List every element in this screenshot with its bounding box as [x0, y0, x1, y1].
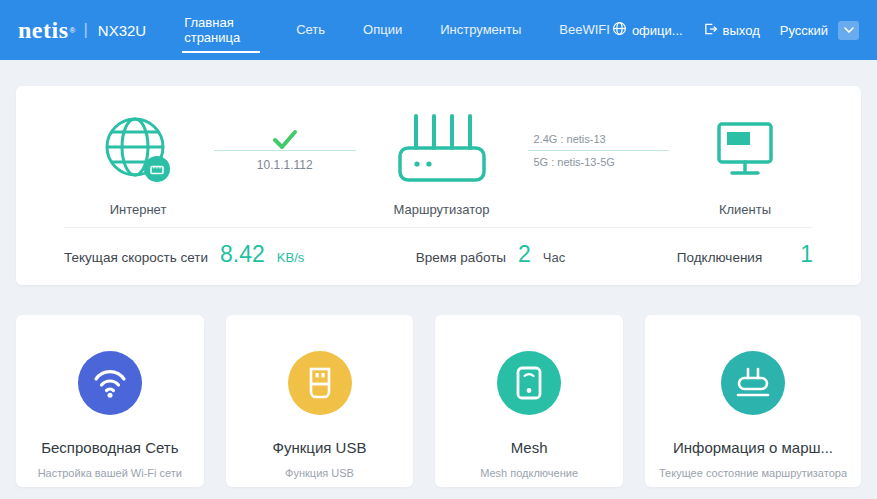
nav-options[interactable]: Опции [361, 15, 404, 45]
header-right: офици... выход Русский [612, 21, 859, 40]
card-mesh-title: Mesh [449, 439, 609, 456]
speed-unit: KB/s [277, 250, 304, 265]
clients-label: Клиенты [719, 202, 771, 217]
uptime-unit: Час [543, 250, 565, 265]
language-label: Русский [780, 23, 828, 38]
main-content: Интернет 10.1.1.112 [0, 60, 877, 487]
ssid-24g: 2.4G : netis-13 [534, 133, 606, 145]
top-navbar: netis ® | NX32U Главная страница Сеть Оп… [0, 0, 877, 60]
card-mesh[interactable]: Mesh Mesh подключение [435, 315, 623, 487]
card-wireless-subtitle: Настройка вашей Wi-Fi сети [30, 467, 190, 479]
mesh-icon [497, 351, 561, 415]
clients-monitor-icon [712, 102, 778, 198]
speed-stat: Текущая скорость сети 8.42 KB/s [64, 241, 304, 268]
internet-label: Интернет [110, 202, 167, 217]
uptime-value: 2 [518, 241, 531, 268]
logout-label: выход [723, 23, 760, 38]
wan-connector: 10.1.1.112 [208, 102, 362, 198]
nav-network[interactable]: Сеть [294, 15, 327, 45]
network-diagram: Интернет 10.1.1.112 [16, 86, 861, 217]
main-nav: Главная страница Сеть Опции Инструменты … [182, 0, 612, 60]
router-node: Маршрутизатор [362, 102, 522, 217]
network-status-card: Интернет 10.1.1.112 [16, 86, 861, 285]
clients-node: Клиенты [675, 102, 815, 217]
wifi-icon [78, 351, 142, 415]
language-selector[interactable]: Русский [780, 21, 859, 40]
globe-icon [612, 21, 627, 39]
card-router-info-subtitle: Текущее состояние маршрутизатора [659, 467, 847, 479]
card-usb-subtitle: Функция USB [240, 467, 400, 479]
ssid-5g: 5G : netis-13-5G [534, 156, 615, 168]
card-mesh-subtitle: Mesh подключение [449, 467, 609, 479]
router-label: Маршрутизатор [394, 202, 490, 217]
nav-beewifi[interactable]: BeeWIFI [557, 15, 612, 45]
card-wireless[interactable]: Беспроводная Сеть Настройка вашей Wi-Fi … [16, 315, 204, 487]
router-icon [390, 102, 494, 198]
lan-connector: 2.4G : netis-13 5G : netis-13-5G [522, 102, 676, 198]
usb-icon [288, 351, 352, 415]
brand-divider: | [83, 20, 87, 40]
internet-node: Интернет [68, 102, 208, 217]
brand-logo: netis ® | NX32U [18, 17, 146, 44]
card-router-info[interactable]: Информация о марш... Текущее состояние м… [645, 315, 861, 487]
lan-line [528, 150, 670, 151]
uptime-label: Время работы [416, 250, 506, 265]
status-stats-row: Текущая скорость сети 8.42 KB/s Время ра… [64, 227, 813, 285]
speed-label: Текущая скорость сети [64, 250, 208, 265]
official-site-link[interactable]: офици... [612, 21, 683, 39]
logout-button[interactable]: выход [703, 22, 760, 39]
card-wireless-title: Беспроводная Сеть [30, 439, 190, 456]
official-site-label: офици... [632, 23, 683, 38]
chevron-down-icon[interactable] [838, 21, 859, 40]
wan-ip: 10.1.1.112 [208, 158, 362, 172]
nav-home[interactable]: Главная страница [182, 8, 260, 53]
connections-label: Подключения [677, 250, 762, 265]
brand-name: netis [18, 17, 69, 44]
card-usb-title: Функция USB [240, 439, 400, 456]
uptime-stat: Время работы 2 Час [416, 241, 565, 268]
model-name: NX32U [98, 22, 146, 39]
connections-stat: Подключения 1 [677, 241, 813, 268]
logout-icon [703, 22, 718, 39]
connections-value: 1 [800, 241, 813, 268]
speed-value: 8.42 [220, 241, 265, 268]
internet-globe-icon [101, 102, 175, 198]
check-icon [272, 129, 298, 155]
router-info-icon [721, 351, 785, 415]
card-usb[interactable]: Функция USB Функция USB [226, 315, 414, 487]
nav-tools[interactable]: Инструменты [438, 15, 523, 45]
registered-mark: ® [70, 26, 76, 35]
card-router-info-title: Информация о марш... [659, 439, 847, 456]
feature-grid: Беспроводная Сеть Настройка вашей Wi-Fi … [16, 315, 861, 487]
